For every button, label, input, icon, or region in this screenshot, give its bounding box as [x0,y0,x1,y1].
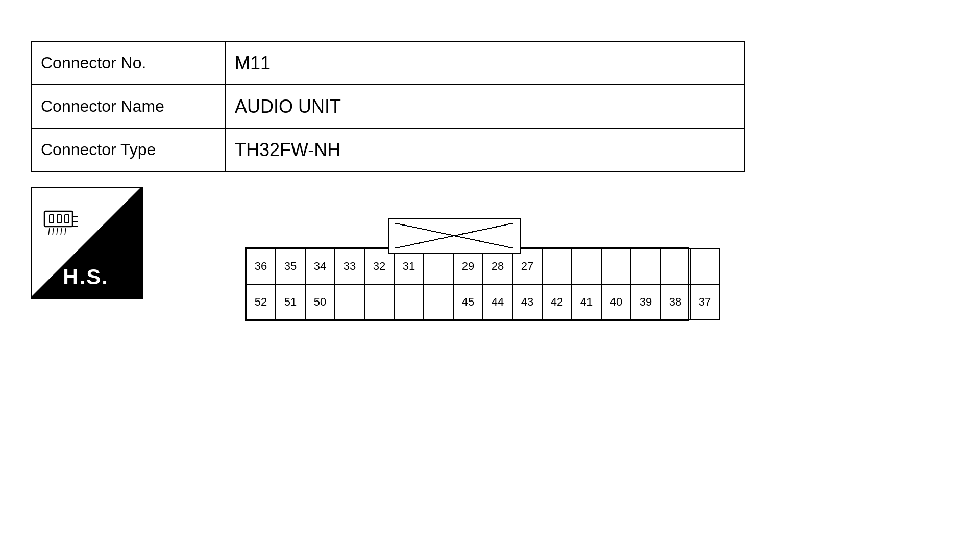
connector-type-label: Connector Type [31,128,225,171]
pin-cell: 29 [453,248,483,284]
pin-cell: 39 [631,284,660,320]
pin-cell: 52 [246,284,276,320]
pin-cell: 38 [660,284,690,320]
pin-cell: 37 [690,284,720,320]
info-table: Connector No. M11 Connector Name AUDIO U… [31,41,745,172]
connector-type-row: Connector Type TH32FW-NH [31,128,745,171]
pin-cell: 41 [572,284,601,320]
pin-row-bottom: 525150454443424140393837 [246,284,690,320]
pin-cell: 51 [276,284,305,320]
connector-body: 363534333231292827 525150454443424140393… [245,247,689,321]
bottom-section: H.S. 363534333231292827 5251504544434241… [31,187,745,325]
diagram-wrapper: 363534333231292827 525150454443424140393… [245,218,689,325]
pin-cell: 44 [483,284,512,320]
pin-cell: 50 [305,284,335,320]
pin-cell [690,248,720,284]
svg-rect-1 [50,215,54,223]
pin-cell: 35 [276,248,305,284]
pin-cell [572,248,601,284]
connector-no-value: M11 [225,41,745,85]
pin-cell [424,248,453,284]
pin-cell: 40 [601,284,631,320]
svg-rect-0 [44,211,72,227]
pin-cell: 43 [512,284,542,320]
pin-row-top: 363534333231292827 [246,248,690,284]
pin-cell: 45 [453,284,483,320]
connector-icon [39,198,85,246]
pin-cell: 32 [364,248,394,284]
connector-name-row: Connector Name AUDIO UNIT [31,85,745,128]
latch-housing [388,218,521,254]
connector-diagram: 363534333231292827 525150454443424140393… [245,218,689,325]
pin-cell [394,284,424,320]
svg-line-8 [53,228,54,235]
connector-no-label: Connector No. [31,41,225,85]
connector-no-row: Connector No. M11 [31,41,745,85]
pin-cell [335,284,364,320]
pin-cell: 27 [512,248,542,284]
hs-label: H.S. [31,265,142,289]
connector-name-value: AUDIO UNIT [225,85,745,128]
main-container: Connector No. M11 Connector Name AUDIO U… [31,41,745,325]
pin-cell [424,284,453,320]
pin-cell [631,248,660,284]
pin-cell [601,248,631,284]
pin-cell: 33 [335,248,364,284]
svg-line-7 [48,228,50,235]
svg-line-11 [65,228,66,235]
svg-rect-2 [57,215,61,223]
svg-line-10 [61,228,62,235]
pin-cell: 34 [305,248,335,284]
hs-badge: H.S. [31,187,143,299]
svg-line-9 [57,228,58,235]
pin-cell [542,248,572,284]
pin-cell [364,284,394,320]
pin-cell [660,248,690,284]
svg-rect-3 [65,215,69,223]
pin-cell: 42 [542,284,572,320]
pin-rows: 363534333231292827 525150454443424140393… [246,248,690,320]
connector-name-label: Connector Name [31,85,225,128]
pin-cell: 31 [394,248,424,284]
pin-cell: 36 [246,248,276,284]
connector-type-value: TH32FW-NH [225,128,745,171]
pin-cell: 28 [483,248,512,284]
